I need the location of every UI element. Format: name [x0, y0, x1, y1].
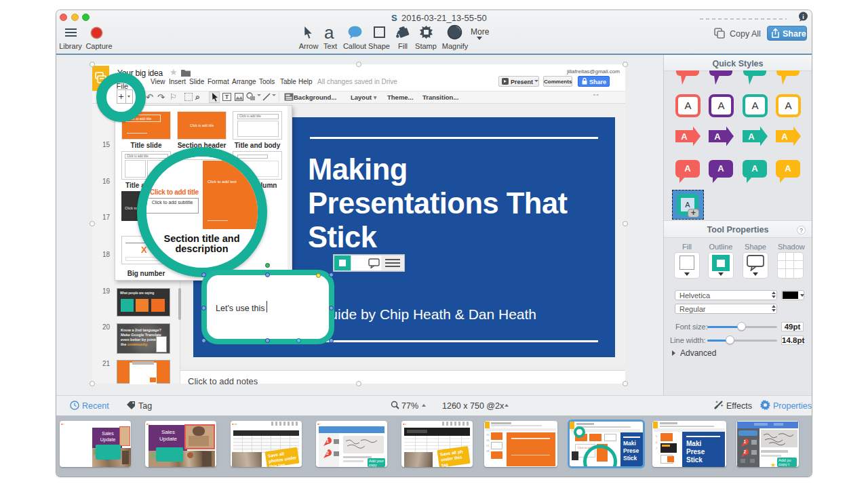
svg-text:A: A [781, 131, 788, 142]
svg-text:A: A [748, 131, 755, 142]
svg-text:1: 1 [744, 439, 747, 444]
svg-text:2: 2 [326, 451, 329, 455]
svg-text:i: i [802, 14, 804, 20]
svg-text:1: 1 [326, 439, 329, 443]
svg-text:A: A [714, 131, 721, 142]
svg-text:2: 2 [744, 449, 747, 454]
svg-text:A: A [681, 131, 688, 142]
